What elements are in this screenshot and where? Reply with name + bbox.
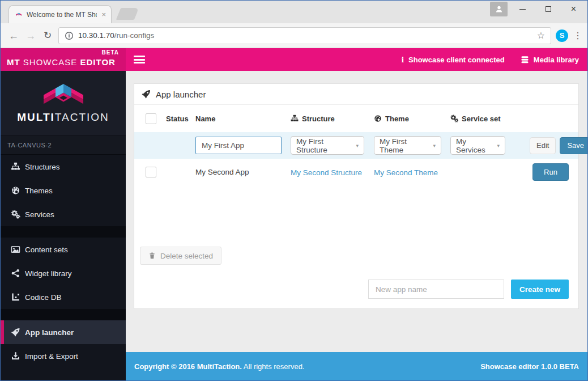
run-button[interactable]: Run bbox=[532, 163, 569, 181]
delete-selected-button[interactable]: Delete selected bbox=[140, 247, 221, 265]
bookmark-star-icon[interactable]: ☆ bbox=[537, 30, 545, 41]
row-actions: Run bbox=[530, 163, 578, 181]
sidebar-filler bbox=[1, 368, 126, 380]
sidebar-item-label: App launcher bbox=[25, 328, 74, 337]
page-info-icon[interactable] bbox=[65, 31, 74, 40]
sidebar-item-label: Themes bbox=[25, 187, 53, 195]
media-library-icon bbox=[521, 56, 529, 64]
client-status-label: Showcase client connected bbox=[408, 56, 505, 64]
forward-button[interactable]: → bbox=[22, 31, 39, 41]
app-brand-block: BETA MT SHOWCASE EDITOR bbox=[1, 48, 126, 71]
structure-dropdown-value: My First Structure bbox=[296, 137, 352, 154]
structure-dropdown[interactable]: My First Structure ▾ bbox=[291, 136, 364, 155]
delete-row: Delete selected bbox=[140, 247, 578, 265]
row-checkbox[interactable] bbox=[146, 167, 156, 177]
browser-titlebar: Welcome to the MT Sho × × bbox=[1, 1, 587, 23]
device-name: TA-CANVUS-2 bbox=[1, 136, 126, 155]
sidebar-item-codice-db[interactable]: Codice DB bbox=[1, 285, 126, 309]
footer-version: Showcase editor 1.0.0 BETA bbox=[480, 362, 579, 371]
close-button[interactable]: × bbox=[561, 1, 586, 18]
sitemap-icon bbox=[291, 115, 299, 122]
media-library-button[interactable]: Media library bbox=[521, 56, 579, 64]
multitaction-wordmark: MULTITACTION bbox=[17, 111, 109, 124]
wordmark-multi: MULTI bbox=[17, 111, 55, 123]
app-name-input[interactable] bbox=[195, 137, 282, 154]
nodes-icon bbox=[11, 269, 20, 278]
select-all-checkbox[interactable] bbox=[146, 113, 156, 124]
browser-window: Welcome to the MT Sho × × ← → ↻ 10.30.1.… bbox=[0, 0, 588, 381]
sidebar-item-content-sets[interactable]: Content sets bbox=[1, 238, 126, 261]
column-header-status: Status bbox=[166, 115, 195, 123]
card-title-bar: App launcher bbox=[134, 84, 578, 105]
column-header-theme: Theme bbox=[374, 115, 450, 123]
row-actions: Edit Save bbox=[530, 137, 588, 154]
table-row-editing: My First Structure ▾ My First Theme ▾ My… bbox=[134, 132, 578, 159]
brand-showcase: SHOWCASE bbox=[23, 57, 78, 67]
sidebar-item-import-export[interactable]: Import & Export bbox=[1, 344, 126, 368]
save-button[interactable]: Save bbox=[560, 137, 588, 154]
service-set-dropdown[interactable]: My Services ▾ bbox=[450, 136, 505, 155]
rocket-icon bbox=[142, 90, 151, 99]
image-icon bbox=[11, 245, 20, 254]
edit-button[interactable]: Edit bbox=[530, 137, 556, 154]
tab-close-icon[interactable]: × bbox=[100, 10, 107, 19]
theme-link[interactable]: My Second Theme bbox=[374, 168, 438, 177]
sidebar-item-label: Structures bbox=[25, 163, 60, 171]
palette-icon bbox=[374, 115, 382, 122]
chrome-menu-icon[interactable]: ⋮ bbox=[573, 30, 583, 41]
minimize-button[interactable] bbox=[510, 1, 535, 18]
skype-extension-icon[interactable]: S bbox=[556, 29, 568, 42]
profile-avatar-button[interactable] bbox=[490, 2, 508, 16]
sidebar-item-widget-library[interactable]: Widget library bbox=[1, 261, 126, 285]
sidebar-item-structures[interactable]: Structures bbox=[1, 155, 126, 179]
sitemap-icon bbox=[11, 162, 20, 171]
back-button[interactable]: ← bbox=[5, 31, 22, 41]
column-header-structure: Structure bbox=[291, 115, 374, 123]
create-new-button[interactable]: Create new bbox=[511, 280, 569, 299]
page-title: App launcher bbox=[156, 90, 206, 99]
structure-link[interactable]: My Second Structure bbox=[291, 168, 362, 177]
trash-icon bbox=[148, 252, 156, 260]
menu-toggle-button[interactable] bbox=[134, 56, 145, 64]
chevron-down-icon: ▾ bbox=[356, 143, 359, 149]
chevron-down-icon: ▾ bbox=[433, 143, 436, 149]
app-name-cell: My Second App bbox=[195, 168, 291, 176]
close-icon: × bbox=[571, 4, 576, 14]
maximize-button[interactable] bbox=[535, 1, 561, 18]
person-icon bbox=[495, 5, 504, 14]
service-set-dropdown-value: My Services bbox=[456, 137, 493, 154]
address-bar[interactable]: 10.30.1.70/run-configs ☆ bbox=[58, 27, 551, 44]
sidebar-item-services[interactable]: Services bbox=[1, 202, 126, 226]
column-header-service-set: Service set bbox=[450, 115, 530, 123]
gears-icon bbox=[11, 210, 20, 219]
column-header-label: Service set bbox=[462, 115, 501, 123]
delete-selected-label: Delete selected bbox=[160, 252, 213, 260]
sidebar-item-label: Codice DB bbox=[25, 293, 62, 302]
main-area: App launcher Status Name Structure Theme bbox=[126, 71, 587, 380]
rocket-icon bbox=[11, 328, 20, 337]
theme-dropdown[interactable]: My First Theme ▾ bbox=[374, 136, 441, 155]
table-row: My Second App My Second Structure My Sec… bbox=[134, 159, 578, 185]
app-launcher-card: App launcher Status Name Structure Theme bbox=[134, 83, 579, 309]
new-tab-button[interactable] bbox=[116, 8, 139, 20]
sidebar-item-label: Import & Export bbox=[25, 352, 78, 361]
app-brand-title: MT SHOWCASE EDITOR bbox=[7, 57, 116, 67]
info-icon: i bbox=[402, 55, 404, 65]
sidebar-item-app-launcher[interactable]: App launcher bbox=[1, 320, 126, 344]
tab-title: Welcome to the MT Sho bbox=[27, 11, 97, 19]
table-header-row: Status Name Structure Theme Service set bbox=[134, 105, 578, 132]
sidebar: MULTITACTION TA-CANVUS-2 Structures Them… bbox=[1, 71, 126, 380]
create-row: Create new bbox=[134, 280, 569, 299]
brand-editor: EDITOR bbox=[80, 57, 116, 67]
sidebar-item-label: Widget library bbox=[25, 269, 72, 278]
sidebar-item-label: Content sets bbox=[25, 245, 68, 254]
sidebar-item-themes[interactable]: Themes bbox=[1, 179, 126, 202]
new-app-name-input[interactable] bbox=[368, 280, 504, 299]
footer-copyright: Copyright © 2016 MultiTaction. All right… bbox=[134, 362, 304, 371]
url-text: 10.30.1.70/run-configs bbox=[78, 31, 154, 40]
browser-tab[interactable]: Welcome to the MT Sho × bbox=[8, 5, 112, 23]
sidebar-divider bbox=[1, 309, 126, 320]
client-status: i Showcase client connected bbox=[402, 55, 505, 65]
sidebar-item-label: Services bbox=[25, 210, 54, 219]
reload-button[interactable]: ↻ bbox=[39, 31, 56, 40]
